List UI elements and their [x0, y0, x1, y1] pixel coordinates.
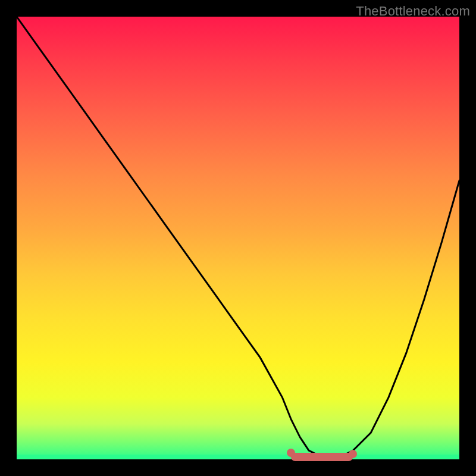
plot-area: [17, 17, 459, 459]
bottleneck-curve: [17, 17, 459, 459]
valley-highlight: [291, 453, 353, 461]
attribution-label: TheBottleneck.com: [356, 4, 470, 19]
chart-frame: TheBottleneck.com: [0, 0, 476, 476]
